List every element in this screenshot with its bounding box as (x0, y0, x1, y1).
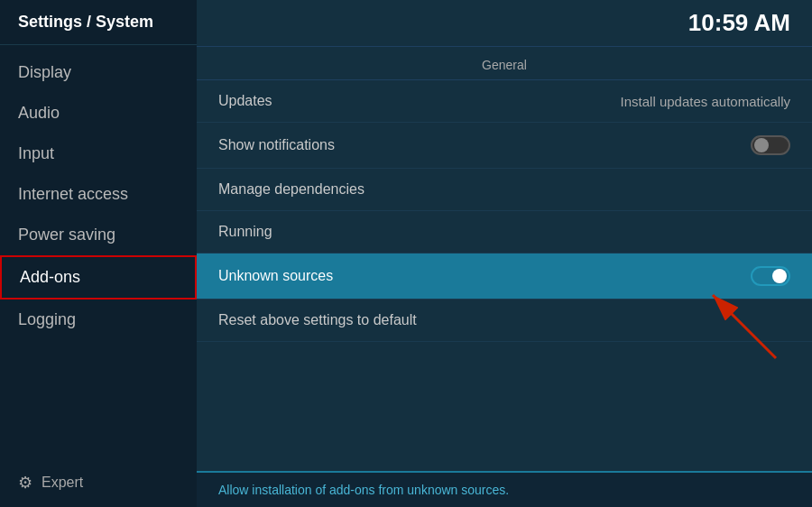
status-text: Allow installation of add-ons from unkno… (218, 483, 509, 497)
setting-label-running: Running (218, 224, 790, 240)
clock-display: 10:59 AM (688, 9, 790, 37)
sidebar-item-display[interactable]: Display (0, 52, 197, 93)
top-bar: 10:59 AM (197, 0, 812, 47)
sidebar-item-audio[interactable]: Audio (0, 93, 197, 134)
sidebar-item-logging[interactable]: Logging (0, 300, 197, 340)
setting-row-reset[interactable]: Reset above settings to default (197, 300, 812, 342)
setting-row-show-notifications[interactable]: Show notifications (197, 123, 812, 169)
status-bar: Allow installation of add-ons from unkno… (197, 471, 812, 507)
setting-label-unknown-sources: Unknown sources (218, 268, 751, 284)
setting-row-updates[interactable]: Updates Install updates automatically (197, 80, 812, 123)
sidebar-item-input[interactable]: Input (0, 134, 197, 174)
setting-label-show-notifications: Show notifications (218, 137, 751, 153)
sidebar-nav: Display Audio Input Internet access Powe… (0, 45, 197, 458)
settings-list: Updates Install updates automatically Sh… (197, 80, 812, 471)
gear-icon: ⚙ (18, 473, 32, 493)
main-content: 10:59 AM General Updates Install updates… (197, 0, 812, 507)
setting-label-updates: Updates (218, 93, 621, 109)
setting-value-updates: Install updates automatically (621, 94, 790, 109)
toggle-show-notifications[interactable] (751, 135, 790, 155)
toggle-unknown-sources[interactable] (751, 266, 790, 286)
sidebar-footer: ⚙ Expert (0, 458, 197, 507)
expert-label: Expert (42, 475, 83, 491)
setting-row-running[interactable]: Running (197, 211, 812, 254)
sidebar: Settings / System Display Audio Input In… (0, 0, 197, 507)
setting-row-unknown-sources[interactable]: Unknown sources (197, 254, 812, 300)
setting-row-manage-dependencies[interactable]: Manage dependencies (197, 169, 812, 211)
sidebar-item-internet-access[interactable]: Internet access (0, 174, 197, 215)
section-label: General (197, 47, 812, 80)
settings-area: General Updates Install updates automati… (197, 47, 812, 471)
sidebar-item-power-saving[interactable]: Power saving (0, 215, 197, 255)
sidebar-item-add-ons[interactable]: Add-ons (0, 255, 197, 300)
page-title: Settings / System (0, 0, 197, 45)
setting-label-reset: Reset above settings to default (218, 312, 790, 328)
setting-label-manage-dependencies: Manage dependencies (218, 181, 790, 198)
